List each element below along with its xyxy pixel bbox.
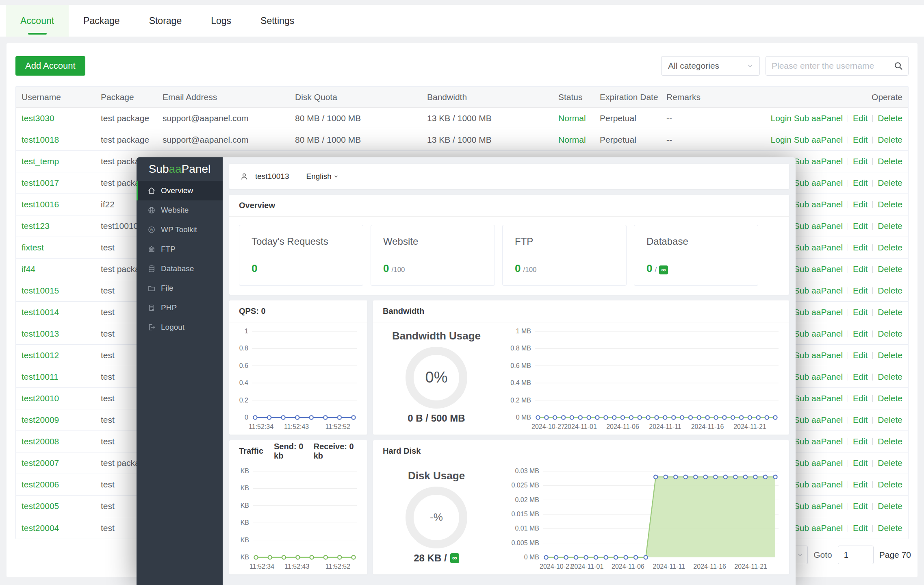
bandwidth-panel-title: Bandwidth xyxy=(373,300,789,322)
cell-username[interactable]: test10011 xyxy=(22,372,101,382)
edit-link[interactable]: Edit xyxy=(853,286,868,295)
add-account-button[interactable]: Add Account xyxy=(15,56,85,76)
hard-disk-panel: Hard Disk Disk Usage -% 28 KB /∞ 0.03 MB… xyxy=(373,440,789,574)
cell-username[interactable]: test10013 xyxy=(22,329,101,339)
goto-page-input[interactable] xyxy=(838,546,874,564)
tab-storage[interactable]: Storage xyxy=(134,5,197,37)
search-icon[interactable] xyxy=(894,61,903,71)
edit-link[interactable]: Edit xyxy=(853,157,868,166)
edit-link[interactable]: Edit xyxy=(853,221,868,231)
edit-link[interactable]: Edit xyxy=(853,480,868,489)
edit-link[interactable]: Edit xyxy=(853,135,868,144)
delete-link[interactable]: Delete xyxy=(878,437,902,446)
cell-username[interactable]: test20006 xyxy=(22,480,101,489)
delete-link[interactable]: Delete xyxy=(878,286,902,295)
sidebar-item-file[interactable]: File xyxy=(137,278,223,298)
edit-link[interactable]: Edit xyxy=(853,178,868,187)
svg-text:11:52:34: 11:52:34 xyxy=(249,423,273,430)
delete-link[interactable]: Delete xyxy=(878,350,902,360)
divider xyxy=(848,503,848,510)
delete-link[interactable]: Delete xyxy=(878,372,902,381)
edit-link[interactable]: Edit xyxy=(853,307,868,317)
edit-link[interactable]: Edit xyxy=(853,264,868,274)
tab-settings[interactable]: Settings xyxy=(246,5,309,37)
svg-text:2024-11-06: 2024-11-06 xyxy=(606,423,639,430)
delete-link[interactable]: Delete xyxy=(878,135,902,144)
col-operate: Operate xyxy=(727,92,902,102)
edit-link[interactable]: Edit xyxy=(853,415,868,424)
delete-link[interactable]: Delete xyxy=(878,157,902,166)
delete-link[interactable]: Delete xyxy=(878,200,902,209)
cell-username[interactable]: test10012 xyxy=(22,350,101,360)
divider xyxy=(872,115,873,122)
delete-link[interactable]: Delete xyxy=(878,523,902,533)
sidebar-item-website[interactable]: Website xyxy=(137,200,223,220)
sidebar-item-overview[interactable]: Overview xyxy=(137,181,223,200)
delete-link[interactable]: Delete xyxy=(878,480,902,489)
delete-link[interactable]: Delete xyxy=(878,113,902,123)
login-sub-aapanel-link[interactable]: Login Sub aaPanel xyxy=(771,113,843,123)
delete-link[interactable]: Delete xyxy=(878,178,902,187)
cell-username[interactable]: test10014 xyxy=(22,307,101,317)
delete-link[interactable]: Delete xyxy=(878,501,902,511)
edit-link[interactable]: Edit xyxy=(853,523,868,533)
delete-link[interactable]: Delete xyxy=(878,458,902,468)
divider xyxy=(848,158,848,165)
divider xyxy=(872,180,873,187)
cell-username[interactable]: test20007 xyxy=(22,458,101,468)
cell-username[interactable]: test20004 xyxy=(22,523,101,533)
stat-label: Today's Requests xyxy=(252,236,351,247)
divider xyxy=(872,201,873,208)
sidebar-item-logout[interactable]: Logout xyxy=(137,318,223,337)
toolbar: Add Account All categories xyxy=(7,43,917,76)
delete-link[interactable]: Delete xyxy=(878,243,902,252)
cell-username[interactable]: fixtest xyxy=(22,243,101,252)
sidebar-item-wp-toolkit[interactable]: W WP Toolkit xyxy=(137,220,223,239)
delete-link[interactable]: Delete xyxy=(878,394,902,403)
cell-username[interactable]: test10015 xyxy=(22,286,101,296)
delete-link[interactable]: Delete xyxy=(878,264,902,274)
cell-username[interactable]: test20010 xyxy=(22,394,101,403)
cell-username[interactable]: test20009 xyxy=(22,415,101,425)
delete-link[interactable]: Delete xyxy=(878,307,902,317)
login-sub-aapanel-link[interactable]: Login Sub aaPanel xyxy=(771,135,843,144)
edit-link[interactable]: Edit xyxy=(853,329,868,338)
svg-text:11:52:34: 11:52:34 xyxy=(249,563,274,570)
cell-status: Normal xyxy=(558,135,600,145)
hard-disk-panel-title: Hard Disk xyxy=(373,440,789,462)
cell-username[interactable]: test10016 xyxy=(22,200,101,209)
delete-link[interactable]: Delete xyxy=(878,329,902,338)
stat-value: 0 xyxy=(646,262,652,275)
divider xyxy=(848,137,848,144)
tab-package[interactable]: Package xyxy=(69,5,134,37)
cell-username[interactable]: test20008 xyxy=(22,437,101,446)
edit-link[interactable]: Edit xyxy=(853,113,868,123)
cell-username[interactable]: test10018 xyxy=(22,135,101,145)
sidebar-item-php[interactable]: PHP xyxy=(137,298,223,318)
edit-link[interactable]: Edit xyxy=(853,437,868,446)
edit-link[interactable]: Edit xyxy=(853,458,868,468)
cell-remarks: -- xyxy=(666,135,727,145)
sidebar-item-database[interactable]: Database xyxy=(137,259,223,278)
edit-link[interactable]: Edit xyxy=(853,394,868,403)
tab-account[interactable]: Account xyxy=(6,5,69,37)
edit-link[interactable]: Edit xyxy=(853,243,868,252)
cell-username[interactable]: test123 xyxy=(22,221,101,231)
globe-icon xyxy=(147,206,156,214)
cell-username[interactable]: test_temp xyxy=(22,157,101,166)
delete-link[interactable]: Delete xyxy=(878,415,902,424)
language-select[interactable]: English xyxy=(306,172,338,181)
cell-username[interactable]: test10017 xyxy=(22,178,101,188)
edit-link[interactable]: Edit xyxy=(853,200,868,209)
category-select[interactable]: All categories xyxy=(661,56,760,76)
cell-username[interactable]: test3030 xyxy=(22,113,101,123)
edit-link[interactable]: Edit xyxy=(853,501,868,511)
cell-username[interactable]: if44 xyxy=(22,264,101,274)
sidebar-item-ftp[interactable]: FTP xyxy=(137,239,223,259)
delete-link[interactable]: Delete xyxy=(878,221,902,231)
search-input[interactable] xyxy=(772,61,894,71)
edit-link[interactable]: Edit xyxy=(853,350,868,360)
tab-logs[interactable]: Logs xyxy=(196,5,246,37)
cell-username[interactable]: test20005 xyxy=(22,501,101,511)
edit-link[interactable]: Edit xyxy=(853,372,868,381)
